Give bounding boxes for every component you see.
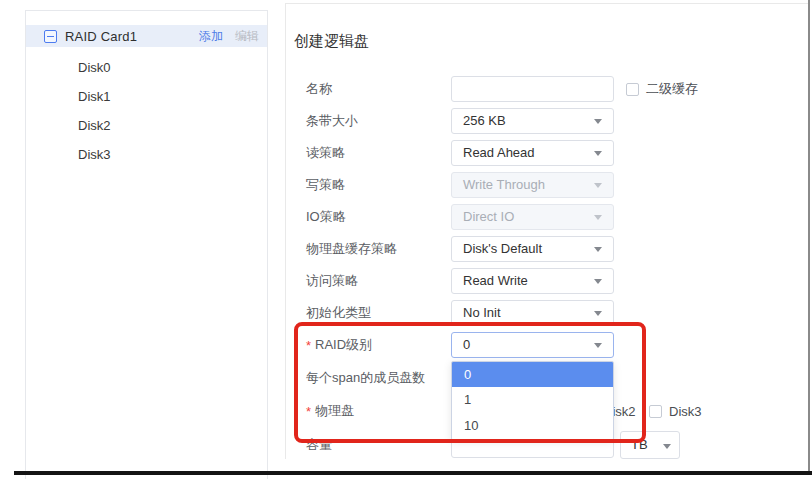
name-label: 名称: [306, 80, 451, 98]
tree-actions: 添加 编辑: [199, 28, 259, 45]
tree-node-raid-card[interactable]: RAID Card1 添加 编辑: [26, 25, 267, 47]
create-logical-disk-panel: 创建逻辑盘 名称 二级缓存 条带大小 256 KB 读策略 Read Ahead: [285, 3, 809, 459]
chevron-down-icon: [594, 311, 602, 316]
secondary-cache-label: 二级缓存: [646, 80, 698, 98]
read-policy-label: 读策略: [306, 144, 451, 162]
form-row-stripe-size: 条带大小 256 KB: [306, 108, 804, 134]
write-policy-select: Write Through: [451, 172, 614, 198]
init-type-label: 初始化类型: [306, 304, 451, 322]
init-type-value: No Init: [463, 305, 501, 320]
capacity-label: 容量: [306, 436, 451, 454]
chevron-down-icon: [594, 215, 602, 220]
raid-card-label: RAID Card1: [65, 29, 137, 44]
form-row-raid-level: * RAID级别 0: [306, 332, 804, 358]
tree-node-disk3[interactable]: Disk3: [26, 140, 267, 169]
capacity-unit-select[interactable]: TB: [620, 431, 680, 459]
edit-link[interactable]: 编辑: [235, 28, 259, 45]
stripe-size-select[interactable]: 256 KB: [451, 108, 614, 134]
tree-node-disk1[interactable]: Disk1: [26, 82, 267, 111]
access-policy-select[interactable]: Read Write: [451, 268, 614, 294]
required-asterisk: *: [306, 338, 311, 353]
name-input[interactable]: [451, 76, 614, 102]
io-policy-select: Direct IO: [451, 204, 614, 230]
page-title: 创建逻辑盘: [294, 32, 369, 51]
access-policy-value: Read Write: [463, 273, 528, 288]
form-row-name: 名称 二级缓存: [306, 76, 804, 102]
raid-level-dropdown-list: 0 1 10: [451, 361, 614, 440]
disk3-check-item: Disk3: [649, 404, 715, 419]
write-policy-value: Write Through: [463, 177, 545, 192]
secondary-cache-checkbox[interactable]: [626, 83, 639, 96]
dropdown-option-0[interactable]: 0: [452, 362, 613, 387]
form-row-io-policy: IO策略 Direct IO: [306, 204, 804, 230]
io-policy-label: IO策略: [306, 208, 451, 226]
disk-cache-policy-value: Disk's Default: [463, 241, 542, 256]
read-policy-value: Read Ahead: [463, 145, 535, 160]
physical-disks-label-text: 物理盘: [315, 402, 354, 420]
disk3-checkbox[interactable]: [649, 405, 662, 418]
raid-tree-sidebar: RAID Card1 添加 编辑 Disk0 Disk1 Disk2 Disk3: [25, 10, 268, 479]
raid-level-value: 0: [463, 337, 470, 352]
io-policy-value: Direct IO: [463, 209, 514, 224]
chevron-down-icon: [594, 343, 602, 348]
raid-level-label: * RAID级别: [306, 336, 451, 354]
chevron-down-icon: [594, 119, 602, 124]
tree-node-disk2[interactable]: Disk2: [26, 111, 267, 140]
raid-level-select[interactable]: 0: [451, 332, 614, 358]
disk-cache-policy-label: 物理盘缓存策略: [306, 240, 451, 258]
chevron-down-icon: [594, 151, 602, 156]
form-row-disk-cache-policy: 物理盘缓存策略 Disk's Default: [306, 236, 804, 262]
dropdown-option-1[interactable]: 1: [452, 387, 613, 413]
required-asterisk: *: [306, 404, 311, 419]
access-policy-label: 访问策略: [306, 272, 451, 290]
raid-config-screen: RAID Card1 添加 编辑 Disk0 Disk1 Disk2 Disk3…: [0, 0, 812, 479]
disk-cache-policy-select[interactable]: Disk's Default: [451, 236, 614, 262]
disk-list: Disk0 Disk1 Disk2 Disk3: [26, 53, 267, 169]
image-bottom-border: [14, 471, 812, 475]
add-link[interactable]: 添加: [199, 28, 223, 45]
chevron-down-icon: [594, 183, 602, 188]
disk3-label: Disk3: [669, 404, 702, 419]
write-policy-label: 写策略: [306, 176, 451, 194]
physical-disks-label: * 物理盘: [306, 402, 451, 420]
raid-level-label-text: RAID级别: [315, 336, 372, 354]
stripe-size-label: 条带大小: [306, 112, 451, 130]
chevron-down-icon: [594, 247, 602, 252]
form-row-access-policy: 访问策略 Read Write: [306, 268, 804, 294]
chevron-down-icon: [594, 279, 602, 284]
stripe-size-value: 256 KB: [463, 113, 506, 128]
form-row-init-type: 初始化类型 No Init: [306, 300, 804, 326]
init-type-select[interactable]: No Init: [451, 300, 614, 326]
span-members-label: 每个span的成员盘数: [306, 369, 451, 387]
capacity-unit-value: TB: [631, 437, 648, 452]
chevron-down-icon: [663, 444, 671, 449]
tree-node-disk0[interactable]: Disk0: [26, 53, 267, 82]
form-row-read-policy: 读策略 Read Ahead: [306, 140, 804, 166]
dropdown-option-10[interactable]: 10: [452, 413, 613, 439]
secondary-cache-check: 二级缓存: [626, 80, 698, 98]
form-row-write-policy: 写策略 Write Through: [306, 172, 804, 198]
read-policy-select[interactable]: Read Ahead: [451, 140, 614, 166]
collapse-minus-icon[interactable]: [44, 30, 57, 43]
image-right-border: [808, 0, 810, 471]
